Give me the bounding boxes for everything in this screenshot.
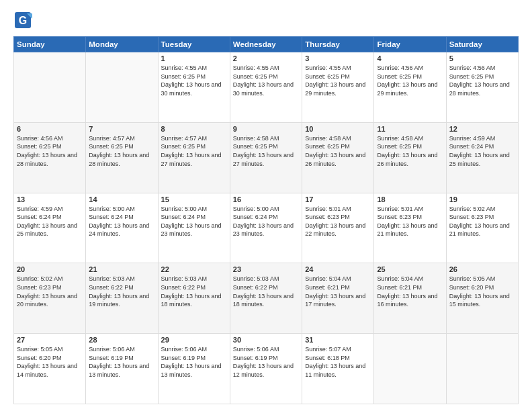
logo-icon: G: [13, 11, 32, 30]
calendar-cell: 7Sunrise: 4:57 AM Sunset: 6:25 PM Daylig…: [86, 122, 158, 193]
day-info: Sunrise: 5:01 AM Sunset: 6:23 PM Dayligh…: [377, 205, 443, 238]
logo: G: [13, 11, 35, 30]
weekday-header-row: SundayMondayTuesdayWednesdayThursdayFrid…: [14, 37, 519, 52]
weekday-header-thursday: Thursday: [302, 37, 374, 52]
day-info: Sunrise: 4:55 AM Sunset: 6:25 PM Dayligh…: [233, 64, 299, 97]
day-info: Sunrise: 5:00 AM Sunset: 6:24 PM Dayligh…: [233, 205, 299, 238]
day-number: 27: [17, 336, 83, 344]
day-info: Sunrise: 5:06 AM Sunset: 6:19 PM Dayligh…: [89, 345, 154, 379]
calendar-page: G SundayMondayTuesdayWednesdayThursdayFr…: [0, 0, 532, 411]
calendar-week-2: 6Sunrise: 4:56 AM Sunset: 6:25 PM Daylig…: [14, 122, 519, 193]
calendar-cell: 28Sunrise: 5:06 AM Sunset: 6:19 PM Dayli…: [86, 334, 158, 404]
day-number: 15: [161, 195, 227, 203]
calendar-cell: 20Sunrise: 5:02 AM Sunset: 6:23 PM Dayli…: [14, 263, 86, 334]
day-number: 22: [161, 265, 227, 273]
day-number: 7: [89, 125, 154, 133]
day-number: 20: [17, 265, 83, 273]
calendar-week-3: 13Sunrise: 4:59 AM Sunset: 6:24 PM Dayli…: [14, 193, 519, 263]
svg-text:G: G: [19, 15, 27, 26]
day-number: 21: [89, 265, 154, 273]
day-info: Sunrise: 4:56 AM Sunset: 6:25 PM Dayligh…: [17, 134, 83, 168]
day-number: 29: [161, 336, 227, 344]
day-info: Sunrise: 5:03 AM Sunset: 6:22 PM Dayligh…: [161, 275, 227, 308]
weekday-header-sunday: Sunday: [14, 37, 86, 52]
calendar-cell: 13Sunrise: 4:59 AM Sunset: 6:24 PM Dayli…: [14, 193, 86, 263]
calendar-cell: 22Sunrise: 5:03 AM Sunset: 6:22 PM Dayli…: [158, 263, 230, 334]
day-number: 31: [305, 336, 371, 344]
day-number: 23: [233, 265, 299, 273]
calendar-cell: 29Sunrise: 5:06 AM Sunset: 6:19 PM Dayli…: [158, 334, 230, 404]
calendar-cell: [446, 334, 518, 404]
day-number: 14: [89, 195, 154, 203]
calendar-cell: 6Sunrise: 4:56 AM Sunset: 6:25 PM Daylig…: [14, 122, 86, 193]
calendar-cell: 16Sunrise: 5:00 AM Sunset: 6:24 PM Dayli…: [230, 193, 302, 263]
day-number: 30: [233, 336, 299, 344]
calendar-cell: 15Sunrise: 5:00 AM Sunset: 6:24 PM Dayli…: [158, 193, 230, 263]
calendar-cell: 25Sunrise: 5:04 AM Sunset: 6:21 PM Dayli…: [374, 263, 446, 334]
day-info: Sunrise: 5:02 AM Sunset: 6:23 PM Dayligh…: [17, 275, 83, 308]
day-number: 10: [305, 125, 371, 133]
day-number: 19: [449, 195, 515, 203]
day-info: Sunrise: 4:55 AM Sunset: 6:25 PM Dayligh…: [161, 64, 227, 97]
calendar-week-5: 27Sunrise: 5:05 AM Sunset: 6:20 PM Dayli…: [14, 334, 519, 404]
day-number: 4: [377, 54, 443, 62]
day-number: 25: [377, 265, 443, 273]
weekday-header-saturday: Saturday: [446, 37, 518, 52]
day-info: Sunrise: 5:01 AM Sunset: 6:23 PM Dayligh…: [305, 205, 371, 238]
calendar-cell: 3Sunrise: 4:55 AM Sunset: 6:25 PM Daylig…: [302, 52, 374, 123]
day-info: Sunrise: 4:58 AM Sunset: 6:25 PM Dayligh…: [305, 134, 371, 168]
day-number: 6: [17, 125, 83, 133]
day-number: 16: [233, 195, 299, 203]
calendar-cell: 30Sunrise: 5:06 AM Sunset: 6:19 PM Dayli…: [230, 334, 302, 404]
calendar-cell: 24Sunrise: 5:04 AM Sunset: 6:21 PM Dayli…: [302, 263, 374, 334]
calendar-cell: 23Sunrise: 5:03 AM Sunset: 6:22 PM Dayli…: [230, 263, 302, 334]
calendar-cell: 19Sunrise: 5:02 AM Sunset: 6:23 PM Dayli…: [446, 193, 518, 263]
calendar-cell: 4Sunrise: 4:56 AM Sunset: 6:25 PM Daylig…: [374, 52, 446, 123]
calendar-week-4: 20Sunrise: 5:02 AM Sunset: 6:23 PM Dayli…: [14, 263, 519, 334]
day-number: 28: [89, 336, 154, 344]
day-number: 12: [449, 125, 515, 133]
day-info: Sunrise: 4:56 AM Sunset: 6:25 PM Dayligh…: [377, 64, 443, 97]
calendar-cell: 18Sunrise: 5:01 AM Sunset: 6:23 PM Dayli…: [374, 193, 446, 263]
day-info: Sunrise: 5:03 AM Sunset: 6:22 PM Dayligh…: [89, 275, 154, 308]
calendar-cell: [86, 52, 158, 123]
calendar-cell: 5Sunrise: 4:56 AM Sunset: 6:25 PM Daylig…: [446, 52, 518, 123]
calendar-cell: [374, 334, 446, 404]
day-info: Sunrise: 5:00 AM Sunset: 6:24 PM Dayligh…: [89, 205, 154, 238]
weekday-header-tuesday: Tuesday: [158, 37, 230, 52]
day-info: Sunrise: 5:07 AM Sunset: 6:18 PM Dayligh…: [305, 345, 371, 379]
day-number: 5: [449, 54, 515, 62]
calendar-cell: 8Sunrise: 4:57 AM Sunset: 6:25 PM Daylig…: [158, 122, 230, 193]
day-info: Sunrise: 4:57 AM Sunset: 6:25 PM Dayligh…: [161, 134, 227, 168]
calendar-week-1: 1Sunrise: 4:55 AM Sunset: 6:25 PM Daylig…: [14, 52, 519, 123]
calendar-cell: 27Sunrise: 5:05 AM Sunset: 6:20 PM Dayli…: [14, 334, 86, 404]
day-info: Sunrise: 5:05 AM Sunset: 6:20 PM Dayligh…: [449, 275, 515, 308]
calendar-cell: 21Sunrise: 5:03 AM Sunset: 6:22 PM Dayli…: [86, 263, 158, 334]
day-info: Sunrise: 5:00 AM Sunset: 6:24 PM Dayligh…: [161, 205, 227, 238]
day-number: 18: [377, 195, 443, 203]
weekday-header-friday: Friday: [374, 37, 446, 52]
weekday-header-wednesday: Wednesday: [230, 37, 302, 52]
day-number: 13: [17, 195, 83, 203]
day-info: Sunrise: 5:06 AM Sunset: 6:19 PM Dayligh…: [233, 345, 299, 379]
day-info: Sunrise: 4:58 AM Sunset: 6:25 PM Dayligh…: [377, 134, 443, 168]
header: G: [13, 11, 519, 30]
weekday-header-monday: Monday: [86, 37, 158, 52]
day-info: Sunrise: 4:55 AM Sunset: 6:25 PM Dayligh…: [305, 64, 371, 97]
day-info: Sunrise: 5:05 AM Sunset: 6:20 PM Dayligh…: [17, 345, 83, 379]
day-number: 9: [233, 125, 299, 133]
day-info: Sunrise: 4:56 AM Sunset: 6:25 PM Dayligh…: [449, 64, 515, 97]
day-info: Sunrise: 5:06 AM Sunset: 6:19 PM Dayligh…: [161, 345, 227, 379]
calendar-cell: 2Sunrise: 4:55 AM Sunset: 6:25 PM Daylig…: [230, 52, 302, 123]
day-number: 11: [377, 125, 443, 133]
calendar-cell: 9Sunrise: 4:58 AM Sunset: 6:25 PM Daylig…: [230, 122, 302, 193]
day-number: 24: [305, 265, 371, 273]
day-number: 17: [305, 195, 371, 203]
day-number: 2: [233, 54, 299, 62]
calendar-cell: 26Sunrise: 5:05 AM Sunset: 6:20 PM Dayli…: [446, 263, 518, 334]
calendar-cell: 10Sunrise: 4:58 AM Sunset: 6:25 PM Dayli…: [302, 122, 374, 193]
day-info: Sunrise: 5:04 AM Sunset: 6:21 PM Dayligh…: [305, 275, 371, 308]
day-info: Sunrise: 5:03 AM Sunset: 6:22 PM Dayligh…: [233, 275, 299, 308]
calendar-cell: 11Sunrise: 4:58 AM Sunset: 6:25 PM Dayli…: [374, 122, 446, 193]
day-number: 8: [161, 125, 227, 133]
